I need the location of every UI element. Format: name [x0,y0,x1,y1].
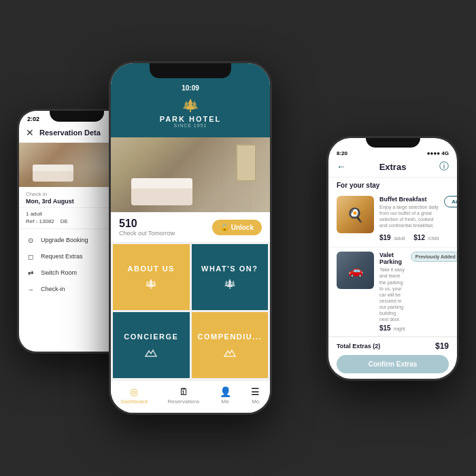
switch-icon: ⇄ [26,268,35,277]
dashboard-icon: ◎ [130,386,138,397]
breakfast-image [337,196,374,233]
room-number: 510 [119,218,175,230]
hotel-room-image [111,137,270,212]
nav-me[interactable]: 👤 Me [220,386,231,405]
breakfast-name: Buffet Breakfast [379,196,439,203]
parking-image [337,252,374,289]
switch-label: Switch Room [41,269,77,276]
breakfast-child-per: /child [428,236,439,241]
parking-price-col: Previously Added [411,252,457,332]
about-us-label: ABOUT US [128,265,175,273]
signal-indicator: ●●●● 4G [427,150,449,156]
upgrade-label: Upgrade Booking [41,237,88,243]
breakfast-child-price: $12 [413,234,425,241]
breakfast-info: Buffet Breakfast Enjoy a large selection… [379,196,439,243]
lock-icon: 🔓 [220,224,228,231]
upgrade-icon: ⊙ [26,235,35,245]
nav-dashboard[interactable]: ◎ Dashboard [121,386,148,405]
left-notch [50,111,104,122]
nav-reservations[interactable]: 🗓 Reservations [167,386,199,405]
concierge-tile[interactable]: CONCIERGE [113,312,190,378]
right-notch [366,138,420,148]
concierge-label: CONCIERGE [124,333,178,341]
me-label: Me [222,398,229,405]
parking-item: Valet Parking Take it easy and leave the… [328,248,457,337]
center-notch [150,63,231,78]
checkin-label-menu: Check-in [41,286,65,292]
hotel-trees-icon [181,97,200,114]
parking-price-per: /night [394,326,405,331]
hotel-name: PARK HOTEL [160,115,222,123]
nav-more[interactable]: ☰ Mo [251,386,260,405]
unlock-button[interactable]: 🔓 Unlock [212,220,262,235]
right-screen: 8:20 ●●●● 4G ← Extras ⓘ For your stay Bu… [328,138,457,379]
about-trees-icon [144,278,158,290]
svg-marker-6 [152,280,156,286]
unlock-label: Unlock [231,224,254,231]
center-time: 10:09 [182,84,199,92]
parking-info: Valet Parking Take it easy and leave the… [379,252,405,332]
parking-name: Valet Parking [379,252,405,265]
svg-rect-11 [229,287,231,289]
about-us-tile[interactable]: ABOUT US [113,244,190,310]
extras-title: Extras [379,162,407,172]
hotel-header: PARK HOTEL SINCE 1951 [111,93,270,137]
whats-on-label: WHAT'S ON? [201,265,258,273]
svg-rect-7 [151,287,152,289]
right-phone: 8:20 ●●●● 4G ← Extras ⓘ For your stay Bu… [326,136,459,381]
extras-icon: ◻ [26,252,35,261]
previously-added-button[interactable]: Previously Added [411,252,457,262]
compendium-label: COMPENDIU... [198,333,262,341]
breakfast-desc: Enjoy a large selection daily from our b… [379,204,439,228]
reservation-title: Reservation Deta [39,129,101,137]
hotel-since: SINCE 1951 [174,123,207,128]
right-time: 8:20 [337,150,347,156]
breakfast-price-per: /adult [394,236,405,241]
left-time: 2:02 [27,116,39,122]
bed-decoration [131,178,192,205]
svg-marker-10 [231,280,235,286]
compendium-icon [223,346,237,358]
back-arrow-icon[interactable]: ← [337,161,346,172]
whatson-trees-icon [223,278,237,290]
room-bed-decoration [33,165,73,182]
breakfast-price-col: Add [444,196,457,243]
grid-menu: ABOUT US WHAT'S ON? [111,242,270,380]
add-breakfast-button[interactable]: Add [444,196,457,207]
extras-footer: Total Extras (2) $19 [328,337,457,355]
for-your-stay-label: For your stay [328,177,457,192]
svg-marker-5 [146,280,150,286]
svg-marker-9 [224,280,228,286]
dashboard-label: Dashboard [121,398,148,405]
confirm-extras-button[interactable]: Confirm Extras [337,355,449,373]
whats-on-tile[interactable]: WHAT'S ON? [192,244,269,310]
checkin-date: Mon, 3rd August [26,198,74,205]
bottom-nav: ◎ Dashboard 🗓 Reservations 👤 Me ☰ Mo [111,380,270,413]
total-label: Total Extras (2) [337,343,380,350]
breakfast-item: Buffet Breakfast Enjoy a large selection… [328,192,457,248]
window-decoration [236,144,256,182]
info-icon[interactable]: ⓘ [439,160,449,173]
reservations-icon: 🗓 [179,386,188,397]
svg-marker-12 [146,350,156,356]
room-info-bar: 510 Check out Tomorrow 🔓 Unlock [111,212,270,242]
center-phone: 10:09 PARK HOTEL SINCE 1951 [109,61,272,415]
extras-header: ← Extras ⓘ [328,156,457,177]
concierge-icon [144,346,158,358]
hotel-logo: PARK HOTEL SINCE 1951 [160,97,222,128]
svg-marker-13 [224,350,235,356]
checkout-text: Check out Tomorrow [119,230,175,237]
extras-label: Request Extras [41,253,83,260]
more-label: Mo [252,398,259,405]
close-icon[interactable]: ✕ [26,127,34,138]
parking-price: $15 [379,324,391,332]
more-icon: ☰ [251,386,260,397]
parking-desc: Take it easy and leave the parking to us… [379,267,405,322]
checkin-icon: → [26,284,35,294]
center-screen: 10:09 PARK HOTEL SINCE 1951 [111,63,270,413]
total-amount: $19 [435,341,449,351]
compendium-tile[interactable]: COMPENDIU... [192,312,269,378]
breakfast-price: $19 [379,234,391,241]
svg-rect-3 [190,109,191,112]
reservations-label: Reservations [167,398,199,405]
